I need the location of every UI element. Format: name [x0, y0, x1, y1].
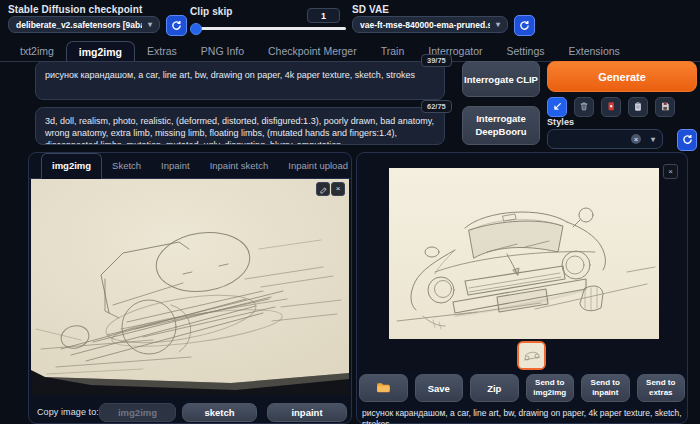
checkpoint-refresh-button[interactable] [166, 15, 187, 36]
clipboard-icon [633, 98, 643, 116]
refresh-icon [519, 17, 530, 35]
interrogate-deepbooru-button[interactable]: Interrogate DeepBooru [462, 106, 540, 145]
paste-params-icon [552, 98, 562, 116]
prompt-input[interactable]: рисунок карандашом, a car, line art, bw,… [35, 61, 445, 100]
extra-networks-button[interactable] [601, 97, 621, 117]
tab-extensions[interactable]: Extensions [556, 41, 631, 61]
img2img-mode-tab-bar: img2img Sketch Inpaint Inpaint sketch In… [29, 153, 351, 179]
interrogate-clip-button[interactable]: Interrogate CLIP [462, 61, 540, 97]
close-gallery-button[interactable]: × [663, 164, 678, 179]
tab-img2img[interactable]: img2img [66, 41, 135, 62]
sd-vae-value: vae-ft-mse-840000-ema-pruned.safetensors [360, 20, 490, 30]
checkpoint-dropdown[interactable]: deliberate_v2.safetensors [9aba26abdf] ▾ [8, 16, 160, 33]
send-to-img2img-button[interactable]: Send to img2img [526, 374, 575, 402]
styles-dropdown[interactable]: × ▾ [547, 129, 663, 149]
source-image[interactable]: × [31, 179, 349, 395]
refresh-icon [682, 131, 693, 149]
prompt-token-counter: 39/75 [421, 54, 452, 67]
checkpoint-value: deliberate_v2.safetensors [9aba26abdf] [16, 20, 142, 30]
save-style-button[interactable] [655, 97, 675, 117]
paste-params-button[interactable] [547, 97, 567, 117]
checkpoint-label: Stable Diffusion checkpoint [8, 4, 142, 15]
copy-to-sketch-button[interactable]: sketch [182, 403, 257, 422]
clip-skip-value[interactable]: 1 [307, 8, 340, 23]
styles-refresh-button[interactable] [677, 129, 697, 151]
tab-settings[interactable]: Settings [495, 41, 557, 61]
subtab-inpaint-sketch[interactable]: Inpaint sketch [200, 153, 279, 178]
output-sketch-drawing [389, 168, 659, 339]
clip-skip-slider-handle[interactable] [190, 23, 202, 35]
subtab-inpaint[interactable]: Inpaint [151, 153, 200, 178]
close-icon: × [668, 168, 673, 176]
styles-clear-icon[interactable]: × [631, 134, 641, 144]
clip-skip-slider[interactable] [191, 27, 346, 30]
zip-button[interactable]: Zip [470, 374, 519, 402]
send-to-extras-button[interactable]: Send to extras [637, 374, 686, 402]
img2img-source-panel: img2img Sketch Inpaint Inpaint sketch In… [28, 152, 352, 424]
tab-txt2img[interactable]: txt2img [8, 41, 66, 61]
output-image[interactable] [389, 168, 659, 339]
open-folder-button[interactable] [359, 374, 408, 402]
tab-checkpoint-merger[interactable]: Checkpoint Merger [256, 41, 369, 61]
output-actions-row: Save Zip Send to img2img Send to inpaint… [359, 374, 685, 402]
refresh-icon [171, 17, 182, 35]
clip-skip-label: Clip skip [190, 6, 233, 17]
generate-button[interactable]: Generate [547, 61, 697, 92]
extra-networks-icon [606, 98, 616, 116]
close-icon: × [336, 185, 341, 193]
clear-prompt-button[interactable] [574, 97, 594, 117]
main-tab-bar: txt2img img2img Extras PNG Info Checkpoi… [0, 41, 700, 62]
edit-pencil-icon [320, 180, 327, 198]
output-gallery: × [359, 155, 686, 371]
copy-to-img2img-button[interactable]: img2img [99, 403, 176, 422]
folder-icon [376, 379, 390, 397]
negative-prompt-input[interactable]: 3d, doll, realism, photo, realistic, (de… [35, 107, 445, 145]
styles-label: Styles [547, 117, 574, 127]
subtab-inpaint-upload[interactable]: Inpaint upload [278, 153, 358, 178]
sd-webui-page: Stable Diffusion checkpoint deliberate_v… [0, 0, 700, 424]
chevron-down-icon: ▾ [148, 20, 152, 29]
sd-vae-dropdown[interactable]: vae-ft-mse-840000-ema-pruned.safetensors… [352, 16, 508, 33]
tab-png-info[interactable]: PNG Info [189, 41, 256, 61]
sd-vae-refresh-button[interactable] [514, 15, 535, 36]
negative-prompt-token-counter: 62/75 [421, 100, 452, 113]
apply-style-button[interactable] [628, 97, 648, 117]
subtab-img2img[interactable]: img2img [41, 153, 102, 179]
thumbnail-sketch [519, 343, 544, 368]
remove-image-button[interactable]: × [331, 182, 345, 196]
save-style-icon [660, 98, 670, 116]
gallery-thumbnail-selected[interactable] [517, 341, 546, 370]
chevron-down-icon: ▾ [651, 135, 655, 144]
chevron-down-icon: ▾ [496, 20, 500, 29]
subtab-sketch[interactable]: Sketch [102, 153, 151, 178]
generation-info-text: рисунок карандашом, a car, line art, bw,… [362, 408, 682, 424]
output-panel: × [356, 152, 688, 424]
sd-vae-label: SD VAE [352, 4, 389, 15]
edit-image-button[interactable] [316, 182, 330, 196]
tab-extras[interactable]: Extras [135, 41, 189, 61]
source-sketch-drawing [31, 179, 349, 395]
send-to-inpaint-button[interactable]: Send to inpaint [581, 374, 630, 402]
save-button[interactable]: Save [415, 374, 464, 402]
tab-train[interactable]: Train [369, 41, 417, 61]
trash-icon [579, 98, 589, 116]
copy-to-inpaint-button[interactable]: inpaint [267, 403, 347, 422]
copy-image-to-label: Copy image to: [37, 407, 99, 417]
